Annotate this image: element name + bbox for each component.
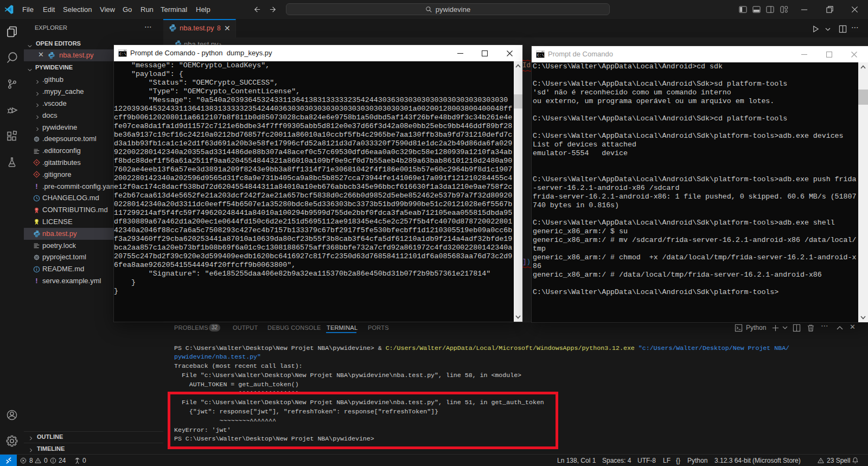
svg-text:C:\: C:\ — [537, 53, 544, 58]
svg-text:C:\: C:\ — [119, 52, 126, 56]
